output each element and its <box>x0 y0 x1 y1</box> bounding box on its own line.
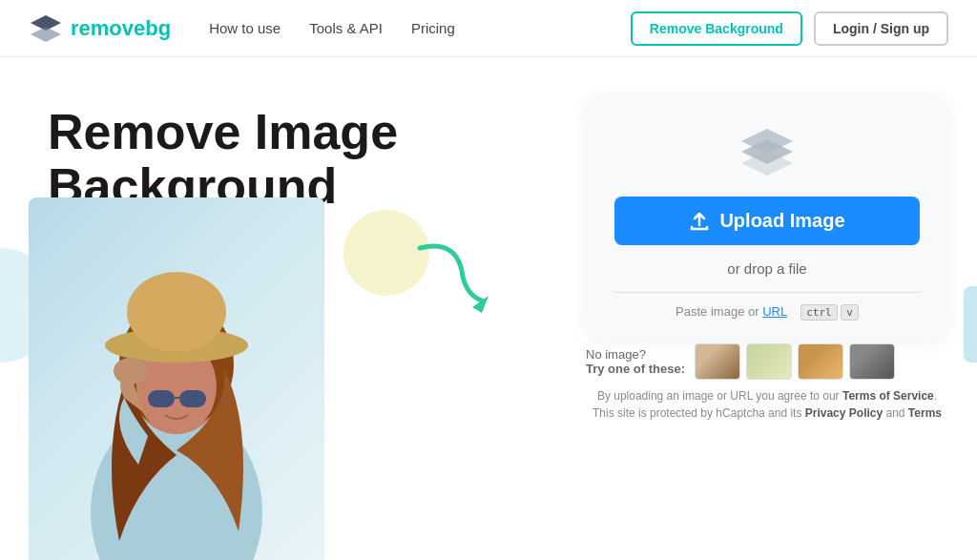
woman-svg <box>52 207 301 560</box>
main-nav: How to use Tools & API Pricing <box>209 20 631 36</box>
arrow-svg <box>410 229 496 315</box>
remove-background-button[interactable]: Remove Background <box>631 11 802 46</box>
logo[interactable]: removebg <box>29 11 171 46</box>
sample-thumb-dog[interactable] <box>695 343 740 380</box>
svg-rect-8 <box>148 390 175 407</box>
privacy-link[interactable]: Privacy Policy <box>805 406 883 420</box>
upload-card: Upload Image or drop a file Paste image … <box>586 95 948 340</box>
footer-note: By uploading an image or URL you agree t… <box>586 387 948 422</box>
terms-link[interactable]: Terms of Service <box>842 389 934 403</box>
hero-image <box>29 197 324 560</box>
svg-point-11 <box>114 358 148 384</box>
svg-rect-9 <box>179 390 206 407</box>
header-buttons: Remove Background Login / Sign up <box>631 11 948 46</box>
main-content: Remove Image Background 100% Automatical… <box>0 57 977 560</box>
ctrl-key: ctrl <box>800 304 838 321</box>
sample-thumb-car[interactable] <box>849 343 895 380</box>
deco-blue-right <box>964 286 977 363</box>
logo-text: removebg <box>71 16 171 41</box>
sample-label: No image? Try one of these: <box>586 347 685 376</box>
terms-link2[interactable]: Terms <box>908 406 942 420</box>
nav-pricing[interactable]: Pricing <box>411 20 455 36</box>
login-signup-button[interactable]: Login / Sign up <box>814 11 948 46</box>
drop-file-label: or drop a file <box>727 260 806 277</box>
nav-tools-api[interactable]: Tools & API <box>309 20 383 36</box>
hero-section: Remove Image Background 100% Automatical… <box>0 57 557 560</box>
sample-thumb-cat[interactable] <box>746 343 792 380</box>
nav-how-to-use[interactable]: How to use <box>209 20 281 36</box>
layers-icon <box>734 124 800 181</box>
svg-marker-1 <box>31 27 61 42</box>
paste-prefix: Paste image or <box>676 304 762 319</box>
url-link[interactable]: URL <box>762 304 787 319</box>
upload-button-label: Upload Image <box>719 210 844 232</box>
sample-thumbnails <box>695 343 895 380</box>
sample-thumb-bread[interactable] <box>798 343 843 380</box>
arrow-decoration <box>410 229 496 319</box>
v-key: v <box>841 304 859 321</box>
logo-icon <box>29 11 63 46</box>
upload-image-button[interactable]: Upload Image <box>614 197 920 245</box>
header: removebg How to use Tools & API Pricing … <box>0 0 977 57</box>
upload-section: Upload Image or drop a file Paste image … <box>557 57 977 560</box>
svg-point-7 <box>127 272 226 352</box>
upload-icon <box>689 211 710 232</box>
sample-images-row: No image? Try one of these: <box>586 343 948 380</box>
paste-area: Paste image or URL ctrl v <box>614 292 920 321</box>
